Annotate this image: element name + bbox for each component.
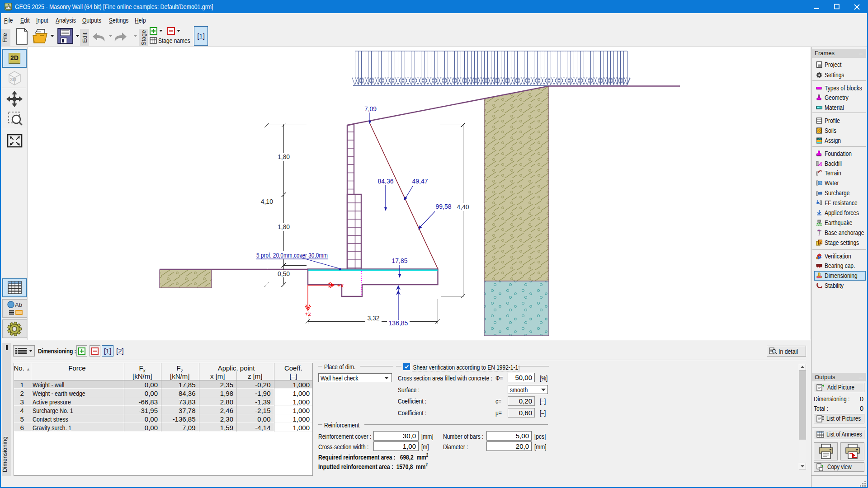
svg-text:49,47: 49,47 bbox=[412, 178, 428, 185]
svg-text:3D: 3D bbox=[10, 77, 16, 82]
svg-text:99,58: 99,58 bbox=[435, 203, 451, 210]
svg-text:+x: +x bbox=[337, 282, 344, 289]
svg-text:4,10: 4,10 bbox=[261, 198, 273, 205]
svg-text:4,40: 4,40 bbox=[457, 203, 469, 211]
svg-text:17,85: 17,85 bbox=[392, 257, 407, 264]
svg-text:3,32: 3,32 bbox=[367, 314, 379, 322]
svg-text:+z: +z bbox=[305, 310, 311, 317]
svg-text:1,80: 1,80 bbox=[278, 153, 290, 160]
svg-text:1,80: 1,80 bbox=[278, 223, 290, 230]
svg-text:0,50: 0,50 bbox=[278, 270, 290, 277]
svg-text:Ab: Ab bbox=[15, 301, 22, 308]
svg-text:5 prof. 20,0mm,cover 30,0mm: 5 prof. 20,0mm,cover 30,0mm bbox=[256, 252, 328, 259]
svg-text:2: 2 bbox=[820, 240, 822, 244]
svg-text:7,09: 7,09 bbox=[364, 105, 377, 113]
svg-text:136,85: 136,85 bbox=[389, 319, 408, 327]
svg-text:84,36: 84,36 bbox=[377, 178, 393, 185]
